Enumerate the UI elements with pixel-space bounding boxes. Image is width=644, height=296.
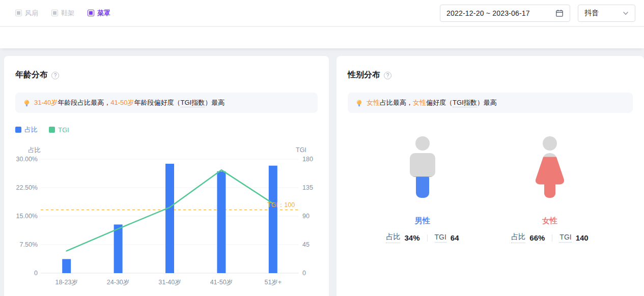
- toolbar-sub-strip: [0, 27, 644, 48]
- x-axis-label: 41-50岁: [210, 279, 233, 286]
- insight-segment: 偏好度（: [426, 99, 453, 106]
- insight-segment: ）最高: [205, 99, 225, 106]
- insight-segment: TGI指数: [181, 99, 205, 107]
- keyword-tab-label: 鞋架: [61, 9, 74, 18]
- date-range-value: 2022-12-20 ~ 2023-06-17: [446, 9, 555, 17]
- insight-segment: 女性: [413, 99, 426, 106]
- platform-select[interactable]: 抖音: [578, 5, 635, 22]
- left-axis-title: 占比: [28, 146, 41, 154]
- age-chart: 30.00%18022.50%13515.00%907.50%4500占比TGI…: [4, 142, 329, 296]
- keyword-tab-风扇[interactable]: 风扇: [15, 9, 38, 18]
- help-icon[interactable]: ?: [51, 72, 59, 79]
- gender-insight-text: 女性占比最高，女性偏好度（TGI指数）最高: [367, 98, 497, 107]
- right-axis-title: TGI: [296, 146, 306, 154]
- left-axis-tick: 7.50%: [20, 241, 38, 248]
- left-axis-tick: 0: [34, 270, 38, 277]
- gender-panel-title: 性别分布: [348, 70, 380, 80]
- right-axis-tick: 135: [302, 184, 313, 191]
- tgi-term: TGI: [559, 233, 571, 243]
- left-axis-tick: 30.00%: [16, 156, 38, 163]
- keyword-tab-菜罩[interactable]: 菜罩: [88, 9, 110, 18]
- right-axis-tick: 180: [302, 156, 313, 163]
- ratio-value: 34%: [404, 233, 419, 242]
- keyword-tab-label: 菜罩: [97, 9, 110, 18]
- gender-stats: 占比66%TGI140: [511, 232, 588, 243]
- ratio-term: 占比: [511, 232, 525, 243]
- x-axis-label: 51岁+: [264, 279, 282, 286]
- keyword-tab-group: 风扇鞋架菜罩: [15, 9, 110, 18]
- gender-distribution-panel: 性别分布 ? 女性占比最高，女性偏好度（TGI指数）最高 男性占比34%TGI6…: [337, 56, 644, 296]
- ratio-value: 66%: [529, 233, 545, 242]
- male-figure-icon: [400, 136, 445, 198]
- bar-31-40岁: [165, 164, 174, 273]
- legend-swatch-icon: [15, 127, 21, 133]
- insight-segment: TGI指数: [453, 99, 477, 107]
- stat-divider: [552, 234, 552, 242]
- gender-block-female: 女性占比66%TGI140: [489, 136, 611, 243]
- insight-segment: 年龄段偏好度（: [134, 99, 181, 106]
- checkbox-icon: [88, 10, 94, 16]
- right-axis-tick: 90: [302, 213, 310, 220]
- calendar-icon: [555, 9, 564, 17]
- gender-insight-banner: 女性占比最高，女性偏好度（TGI指数）最高: [348, 93, 633, 113]
- gender-label: 女性: [542, 216, 557, 226]
- legend-swatch-icon: [49, 127, 55, 133]
- insight-segment: 年龄段占比最高，: [58, 99, 110, 106]
- ratio-term: 占比: [386, 232, 400, 243]
- left-axis-tick: 15.00%: [16, 213, 38, 220]
- tgi-100-label: TGI：100: [267, 201, 295, 209]
- insight-segment: 31-40岁: [34, 99, 58, 106]
- tgi-value: 140: [576, 233, 589, 242]
- stat-divider: [427, 234, 428, 242]
- keyword-tab-鞋架[interactable]: 鞋架: [51, 9, 74, 18]
- checkbox-icon: [51, 10, 58, 16]
- gender-figures: 男性占比34%TGI64女性占比66%TGI140: [337, 136, 644, 243]
- x-axis-label: 18-23岁: [55, 279, 77, 286]
- chevron-down-icon: [623, 10, 629, 16]
- checkbox-icon: [15, 10, 22, 16]
- chart-legend: 占比TGI: [15, 125, 318, 134]
- left-axis-tick: 22.50%: [16, 184, 38, 191]
- bar-24-30岁: [114, 224, 123, 273]
- legend-item-占比[interactable]: 占比: [15, 125, 38, 134]
- lightbulb-icon: [355, 99, 363, 107]
- right-axis-tick: 45: [302, 241, 310, 248]
- gender-block-male: 男性占比34%TGI64: [361, 136, 484, 243]
- insight-segment: 41-50岁: [110, 99, 134, 106]
- legend-label: 占比: [24, 125, 38, 134]
- platform-select-value: 抖音: [584, 9, 623, 18]
- bar-51岁+: [269, 166, 277, 273]
- gender-stats: 占比34%TGI64: [386, 232, 459, 243]
- right-axis-tick: 0: [302, 270, 306, 277]
- x-axis-label: 24-30岁: [107, 279, 129, 286]
- dashboard-content: 年龄分布 ? 31-40岁年龄段占比最高，41-50岁年龄段偏好度（TGI指数）…: [0, 56, 644, 296]
- gender-label: 男性: [415, 216, 430, 226]
- legend-label: TGI: [58, 126, 69, 134]
- help-icon[interactable]: ?: [384, 72, 391, 79]
- toolbar-controls: 2022-12-20 ~ 2023-06-17 抖音: [440, 5, 635, 22]
- date-range-picker[interactable]: 2022-12-20 ~ 2023-06-17: [440, 5, 570, 22]
- legend-item-TGI[interactable]: TGI: [49, 126, 69, 134]
- tgi-term: TGI: [435, 233, 446, 243]
- lightbulb-icon: [23, 99, 31, 107]
- age-insight-text: 31-40岁年龄段占比最高，41-50岁年龄段偏好度（TGI指数）最高: [34, 98, 225, 107]
- tgi-value: 64: [451, 233, 459, 242]
- x-axis-label: 31-40岁: [158, 279, 181, 286]
- age-distribution-panel: 年龄分布 ? 31-40岁年龄段占比最高，41-50岁年龄段偏好度（TGI指数）…: [4, 56, 329, 296]
- keyword-tab-label: 风扇: [25, 9, 38, 18]
- top-toolbar: 风扇鞋架菜罩 2022-12-20 ~ 2023-06-17 抖音: [0, 0, 644, 26]
- insight-segment: 女性: [367, 99, 380, 106]
- insight-segment: ）最高: [477, 99, 497, 106]
- female-figure-icon: [527, 136, 573, 198]
- bar-41-50岁: [217, 171, 226, 273]
- insight-segment: 占比最高，: [380, 99, 413, 106]
- age-chart-svg: 30.00%18022.50%13515.00%907.50%4500占比TGI…: [4, 142, 329, 296]
- age-insight-banner: 31-40岁年龄段占比最高，41-50岁年龄段偏好度（TGI指数）最高: [15, 93, 318, 113]
- age-panel-title: 年龄分布: [15, 70, 48, 80]
- bar-18-23岁: [62, 259, 71, 273]
